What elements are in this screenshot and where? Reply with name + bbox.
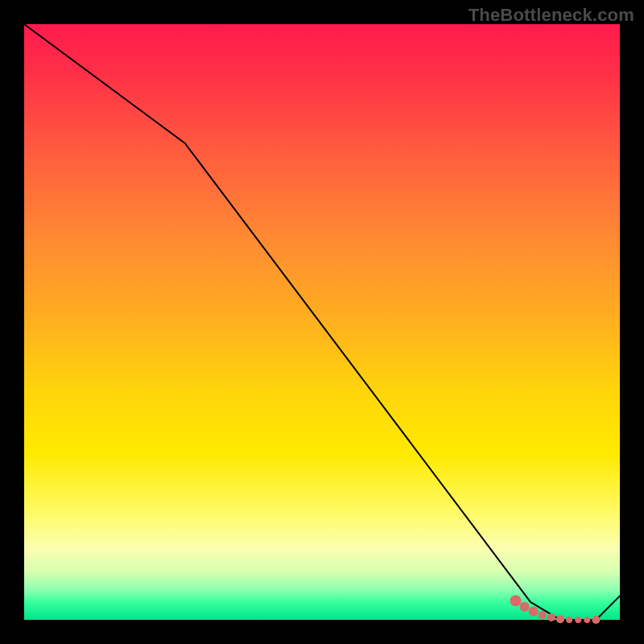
chart-stage: TheBottleneck.com [0, 0, 644, 644]
gradient-panel [24, 24, 620, 620]
watermark-text: TheBottleneck.com [469, 5, 634, 26]
